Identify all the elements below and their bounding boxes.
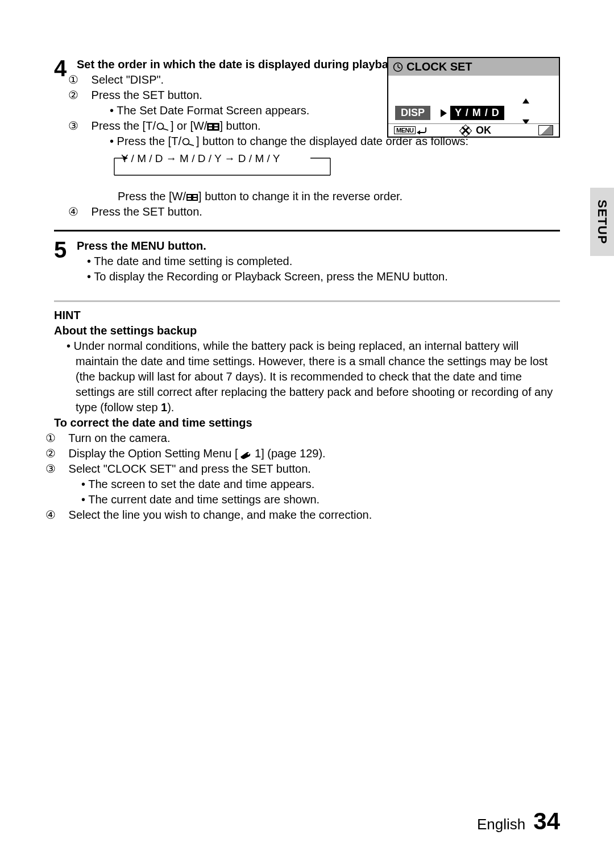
section-tab: SETUP (590, 188, 614, 256)
svg-rect-24 (193, 198, 197, 200)
svg-rect-5 (209, 127, 212, 129)
date-order-cycle: Y / M / D → M / D / Y → D / M / Y (94, 152, 560, 185)
svg-rect-23 (193, 195, 197, 197)
step-5: 5 Press the MENU button. • The date and … (54, 238, 560, 284)
screen-body: DISP Y / M / D (388, 76, 559, 123)
hint-step-3-bullet-1: • The screen to set the date and time ap… (54, 477, 560, 492)
manual-page: SETUP 4 Set the order in which the date … (0, 0, 614, 868)
wrench-icon (238, 450, 252, 459)
svg-point-0 (157, 123, 163, 129)
step-5-bullet-1: • The date and time setting is completed… (77, 254, 560, 269)
back-arrow-icon (417, 126, 427, 134)
magnify-icon (181, 138, 196, 147)
svg-rect-21 (188, 195, 191, 197)
menu-label: MENU (394, 126, 416, 134)
divider (54, 230, 560, 232)
hint-step-4: ④ Select the line you wish to change, an… (54, 507, 560, 523)
lcd-screen: CLOCK SET DISP Y / M / D MENU (387, 57, 560, 138)
step-5-body: Press the MENU button. • The date and ti… (77, 238, 560, 284)
hint-divider (54, 300, 560, 302)
svg-rect-22 (188, 198, 191, 200)
svg-rect-20 (186, 194, 198, 201)
hint-step-1: ① Turn on the camera. (54, 431, 560, 446)
screen-title: CLOCK SET (406, 60, 472, 73)
hint-paragraph-1: • Under normal conditions, while the bat… (54, 338, 560, 415)
clock-icon (393, 62, 403, 72)
svg-rect-6 (214, 125, 218, 126)
section-tab-label: SETUP (595, 200, 609, 244)
ok-label: OK (476, 125, 491, 137)
disp-label: DISP (395, 106, 430, 120)
magnify-icon (156, 122, 171, 131)
page-footer: English 34 (477, 808, 560, 835)
hint-section: HINT About the settings backup • Under n… (54, 308, 560, 523)
svg-point-8 (182, 138, 189, 144)
hint-heading-2: To correct the date and time settings (54, 415, 560, 431)
grid-icon (186, 193, 198, 201)
step-number: 4 (54, 57, 77, 149)
hint-heading-1: About the settings backup (54, 323, 560, 338)
step-4-continued: Press the [W/] button to change it in th… (77, 189, 560, 220)
step-5-title: Press the MENU button. (77, 238, 560, 254)
svg-line-9 (188, 144, 194, 146)
hint-step-3: ③ Select "CLOCK SET" and press the SET b… (54, 461, 560, 477)
svg-rect-4 (209, 125, 212, 126)
record-icon (538, 125, 553, 135)
page-number: 34 (533, 808, 560, 835)
reverse-order-note: Press the [W/] button to change it in th… (77, 189, 560, 204)
svg-marker-13 (417, 130, 420, 134)
grid-icon (207, 123, 219, 131)
hint-label: HINT (54, 308, 560, 323)
nav-diamond-icon (459, 125, 472, 138)
svg-line-12 (398, 67, 400, 68)
screen-footer: MENU OK (388, 123, 559, 137)
up-down-arrows (522, 98, 529, 125)
svg-line-1 (163, 129, 168, 130)
date-format-value: Y / M / D (450, 106, 504, 120)
hint-step-2: ② Display the Option Setting Menu [ 1] (… (54, 446, 560, 461)
step-4: 4 Set the order in which the date is dis… (54, 57, 560, 149)
screen-header: CLOCK SET (388, 58, 559, 76)
right-arrow-icon (441, 109, 447, 117)
footer-language: English (477, 816, 525, 833)
svg-rect-7 (214, 127, 218, 129)
substep-4: ④ Press the SET button. (77, 204, 560, 220)
step-5-bullet-2: • To display the Recording or Playback S… (77, 269, 560, 284)
cycle-text: Y / M / D → M / D / Y → D / M / Y (121, 152, 280, 165)
hint-step-3-bullet-2: • The current date and time settings are… (54, 492, 560, 507)
svg-rect-3 (208, 123, 219, 130)
step-number: 5 (54, 238, 77, 284)
